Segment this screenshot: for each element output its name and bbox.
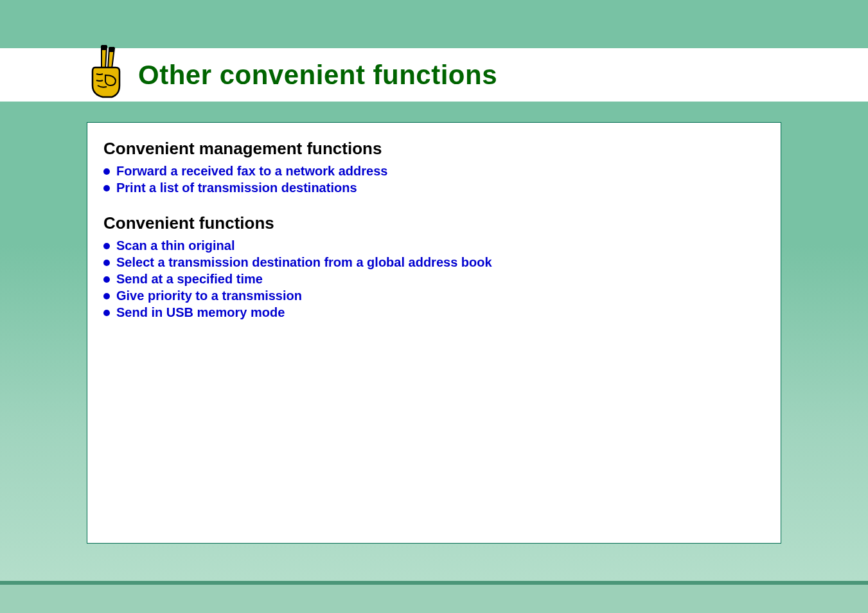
bullet-icon xyxy=(103,293,110,299)
list-item: Forward a received fax to a network addr… xyxy=(103,164,765,179)
link-usb-memory[interactable]: Send in USB memory mode xyxy=(116,305,285,320)
list-item: Send at a specified time xyxy=(103,272,765,287)
list-item: Send in USB memory mode xyxy=(103,305,765,320)
link-forward-fax[interactable]: Forward a received fax to a network addr… xyxy=(116,164,387,179)
svg-rect-1 xyxy=(109,47,114,52)
section-heading-2: Convenient functions xyxy=(103,213,765,233)
bullet-icon xyxy=(103,243,110,249)
bottom-bar xyxy=(0,581,868,613)
title-band: Other convenient functions xyxy=(0,48,868,103)
bullet-icon xyxy=(103,276,110,283)
section-heading-1: Convenient management functions xyxy=(103,139,765,159)
bottom-bar-light xyxy=(0,585,868,613)
link-scan-thin[interactable]: Scan a thin original xyxy=(116,238,235,253)
svg-rect-0 xyxy=(102,45,107,50)
link-list-2: Scan a thin original Select a transmissi… xyxy=(103,238,765,320)
link-list-1: Forward a received fax to a network addr… xyxy=(103,164,765,195)
page-title: Other convenient functions xyxy=(138,60,497,91)
bullet-icon xyxy=(103,185,110,191)
link-global-address[interactable]: Select a transmission destination from a… xyxy=(116,255,492,270)
list-item: Select a transmission destination from a… xyxy=(103,255,765,270)
top-bar xyxy=(0,0,868,48)
bullet-icon xyxy=(103,310,110,316)
peace-hand-icon xyxy=(84,43,128,101)
bullet-icon xyxy=(103,260,110,266)
link-priority[interactable]: Give priority to a transmission xyxy=(116,289,302,303)
link-specified-time[interactable]: Send at a specified time xyxy=(116,272,263,287)
link-print-list[interactable]: Print a list of transmission destination… xyxy=(116,181,357,195)
content-panel: Convenient management functions Forward … xyxy=(87,122,781,544)
list-item: Print a list of transmission destination… xyxy=(103,181,765,195)
bullet-icon xyxy=(103,168,110,175)
list-item: Scan a thin original xyxy=(103,238,765,253)
list-item: Give priority to a transmission xyxy=(103,289,765,303)
